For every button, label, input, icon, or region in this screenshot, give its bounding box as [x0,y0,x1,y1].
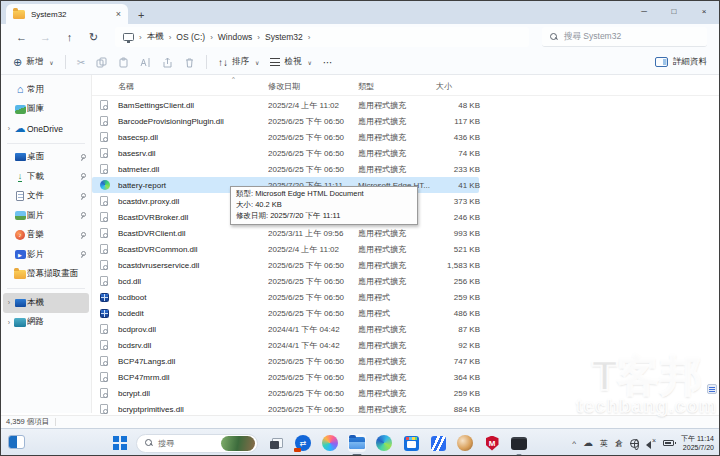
column-header-date[interactable]: 修改日期 [268,81,358,92]
search-highlight-image[interactable] [221,436,255,451]
file-size: 256 KB [436,277,480,286]
sidebar-item-music[interactable]: ♪音樂 [3,226,89,246]
sidebar-item-thispc[interactable]: ›本機 [3,293,89,313]
sidebar-item-onedrive[interactable]: ›☁OneDrive [3,119,89,139]
copy-button[interactable] [96,57,107,68]
sidebar-item-network[interactable]: ›網路 [3,313,89,333]
more-options-button[interactable]: ⋯ [323,57,334,68]
taskbar-search[interactable]: 搜尋 [136,434,258,453]
sidebar-item-gallery[interactable]: 圖庫 [3,100,89,120]
chevron-right-icon[interactable]: › [5,125,13,132]
network-icon[interactable] [630,439,639,448]
back-button[interactable]: ← [13,31,30,43]
refresh-button[interactable]: ↻ [85,31,102,44]
sidebar-item-home[interactable]: ⌂常用 [3,80,89,100]
view-button[interactable]: 檢視 ∨ [270,56,311,68]
file-row[interactable]: bcastdvruserservice.dll2025/6/25 下午 06:5… [92,257,479,273]
battery-icon[interactable] [663,440,674,446]
column-header-name[interactable]: 名稱 [118,81,268,92]
mcafee-taskbar-icon[interactable]: M [483,434,501,452]
tooltip: 類型: Microsoft Edge HTML Document 大小: 40.… [230,186,418,225]
breadcrumb-segment[interactable]: Windows [218,32,252,42]
column-header-type[interactable]: 類型 [358,81,436,92]
dll-file-icon [100,244,118,254]
sort-button[interactable]: ↑↓ 排序 ∨ [218,56,259,68]
terminal-taskbar-icon[interactable] [510,434,528,452]
chevron-right-icon[interactable]: › [5,299,13,306]
store-taskbar-icon[interactable] [402,434,420,452]
edge-taskbar-icon[interactable] [375,434,393,452]
new-tab-button[interactable]: + [138,9,144,21]
slashes-taskbar-icon[interactable] [429,434,447,452]
chevron-right-icon[interactable]: › [5,319,13,326]
breadcrumb-segment[interactable]: 本機 [147,31,164,43]
sidebar-item-videos[interactable]: ▶影片 [3,245,89,265]
file-row[interactable]: bcdboot2025/6/25 下午 06:50應用程式259 KB [92,289,479,305]
details-pane-button[interactable]: 詳細資料 [655,56,707,68]
file-row[interactable]: bcdedit2025/6/25 下午 06:50應用程式486 KB [92,305,479,321]
taskview-taskbar-icon[interactable] [267,434,285,452]
file-type: 應用程式擴充 [358,372,436,383]
file-name: basecsp.dll [118,133,268,142]
copilot-taskbar-icon[interactable] [321,434,339,452]
dll-file-icon [100,404,118,414]
file-row[interactable]: BCP47mrm.dll2025/6/25 下午 06:50應用程式擴充364 … [92,369,479,385]
language-indicator[interactable]: 英 [600,438,608,449]
minimize-button[interactable]: ─ [629,1,659,21]
volume-muted-icon[interactable] [646,439,656,447]
new-button[interactable]: ⊕ 新增 ∨ [13,56,54,69]
file-row[interactable]: BCP47Langs.dll2025/6/25 下午 06:50應用程式擴充74… [92,353,479,369]
forward-button[interactable]: → [37,31,54,43]
sidebar-item-pictures[interactable]: 圖片 [3,206,89,226]
file-row[interactable]: bcrypt.dll2025/6/25 下午 06:50應用程式擴充259 KB [92,385,479,401]
file-row[interactable]: batmeter.dll2025/6/25 下午 06:50應用程式擴充233 … [92,161,479,177]
pin-icon [79,173,85,180]
explorer-icon [349,437,365,449]
delete-button[interactable] [184,57,195,68]
breadcrumb-segment[interactable]: System32 [265,32,303,42]
clock[interactable]: 下午 11:14 2025/7/20 [681,434,714,453]
trash-icon [184,57,195,68]
column-header-size[interactable]: 大小 [436,81,480,92]
file-row[interactable]: bcdprov.dll2024/4/1 下午 04:42應用程式擴充87 KB [92,321,479,337]
system-tray: ^ ☁ 英 倉 下午 11:14 2025/7/20 [572,429,714,456]
file-row[interactable]: bcdsrv.dll2024/4/1 下午 04:42應用程式擴充92 KB [92,337,479,353]
sidebar-item-downloads[interactable]: ↓下載 [3,167,89,187]
breadcrumb-segment[interactable]: OS (C:) [176,32,205,42]
tab-system32[interactable]: System32 × [6,4,128,24]
close-button[interactable]: × [689,1,719,21]
tab-close-icon[interactable]: × [116,9,121,19]
file-row[interactable]: basecsp.dll2025/6/25 下午 06:50應用程式擴充436 K… [92,129,479,145]
share-button[interactable] [162,57,173,68]
file-type: 應用程式擴充 [358,260,436,271]
ime-indicator[interactable]: 倉 [615,438,623,449]
explorer-taskbar-icon[interactable] [348,434,366,452]
cloud-tray-icon[interactable]: ☁ [583,438,593,448]
file-row[interactable]: BamSettingsClient.dll2025/2/4 上午 11:02應用… [92,97,479,113]
breadcrumb-separator[interactable]: › [308,33,311,42]
maximize-button[interactable]: □ [659,1,689,21]
sync-taskbar-icon[interactable]: ⇄ [294,434,312,452]
paint-taskbar-icon[interactable] [456,434,474,452]
search-input[interactable]: 搜尋 System32 [542,27,707,47]
file-row[interactable]: BcastDVRCommon.dll2025/2/4 上午 11:02應用程式擴… [92,241,479,257]
file-row[interactable]: basesrv.dll2025/6/25 下午 06:50應用程式擴充74 KB [92,145,479,161]
file-name: bcdsrv.dll [118,341,268,350]
rename-button[interactable] [140,57,151,68]
up-button[interactable]: ↑ [61,31,78,43]
sidebar-item-screenshots[interactable]: 螢幕擷取畫面 [3,265,89,285]
breadcrumb[interactable]: ›本機›OS (C:)›Windows›System32› [115,27,529,47]
dll-file-icon [100,356,118,366]
sidebar-item-documents[interactable]: 文件 [3,187,89,207]
start-button[interactable] [113,436,127,450]
file-row[interactable]: BarcodeProvisioningPlugin.dll2025/6/25 下… [92,113,479,129]
sidebar-item-desktop[interactable]: 桌面 [3,148,89,168]
paste-button[interactable] [118,57,129,68]
music-icon: ♪ [13,230,27,240]
hidden-icons-button[interactable]: ^ [572,439,576,448]
widgets-button[interactable] [8,435,25,449]
file-row[interactable]: BcastDVRClient.dll2025/3/11 上午 09:56應用程式… [92,225,479,241]
file-row[interactable]: bcd.dll2025/6/25 下午 06:50應用程式擴充256 KB [92,273,479,289]
dll-file-icon [100,260,118,270]
cut-button[interactable]: ✂ [77,57,85,68]
